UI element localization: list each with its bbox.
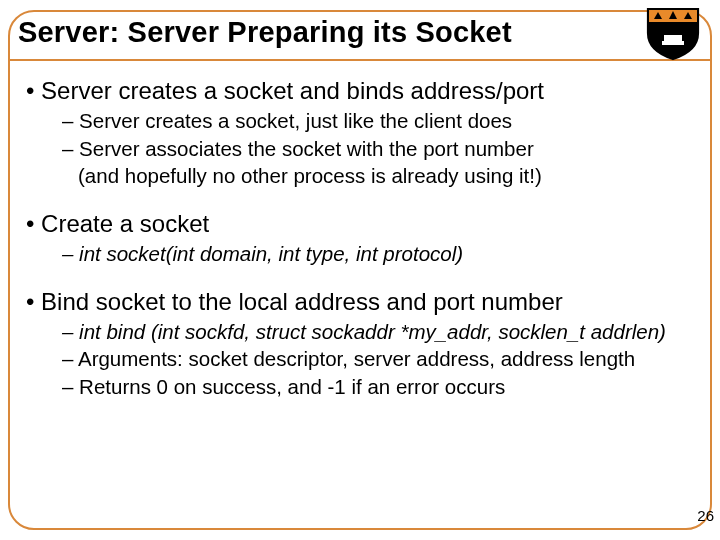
bullet-level2: – Server associates the socket with the …: [48, 136, 686, 162]
bullet-level2: – int socket(int domain, int type, int p…: [48, 241, 686, 267]
bullet-level1: • Bind socket to the local address and p…: [26, 287, 686, 317]
princeton-shield-icon: [642, 5, 704, 61]
bullet-text: Create a socket: [41, 210, 209, 237]
bullet-text: Server associates the socket with the po…: [79, 137, 534, 160]
bullet-text: Arguments: socket descriptor, server add…: [78, 347, 635, 370]
bullet-text: Returns 0 on success, and -1 if an error…: [79, 375, 505, 398]
page-number: 26: [697, 507, 714, 524]
bullet-text: int socket(int domain, int type, int pro…: [79, 242, 463, 265]
title-divider: [8, 59, 712, 61]
svg-rect-0: [664, 35, 682, 41]
bullet-level2: – Server creates a socket, just like the…: [48, 108, 686, 134]
bullet-level2-cont: (and hopefully no other process is alrea…: [48, 163, 686, 189]
bullet-text: int bind (int sockfd, struct sockaddr *m…: [79, 320, 666, 343]
bullet-text: Server creates a socket, just like the c…: [79, 109, 512, 132]
bullet-level1: • Server creates a socket and binds addr…: [26, 76, 686, 106]
slide-title: Server: Server Preparing its Socket: [18, 16, 512, 49]
bullet-level2: – Returns 0 on success, and -1 if an err…: [48, 374, 686, 400]
bullet-level2: – int bind (int sockfd, struct sockaddr …: [48, 319, 686, 345]
bullet-text: Server creates a socket and binds addres…: [41, 77, 544, 104]
bullet-text: Bind socket to the local address and por…: [41, 288, 563, 315]
svg-rect-1: [662, 41, 684, 45]
bullet-level2: – Arguments: socket descriptor, server a…: [48, 346, 686, 372]
bullet-text: (and hopefully no other process is alrea…: [78, 164, 542, 187]
slide-content: • Server creates a socket and binds addr…: [26, 70, 686, 399]
bullet-level1: • Create a socket: [26, 209, 686, 239]
